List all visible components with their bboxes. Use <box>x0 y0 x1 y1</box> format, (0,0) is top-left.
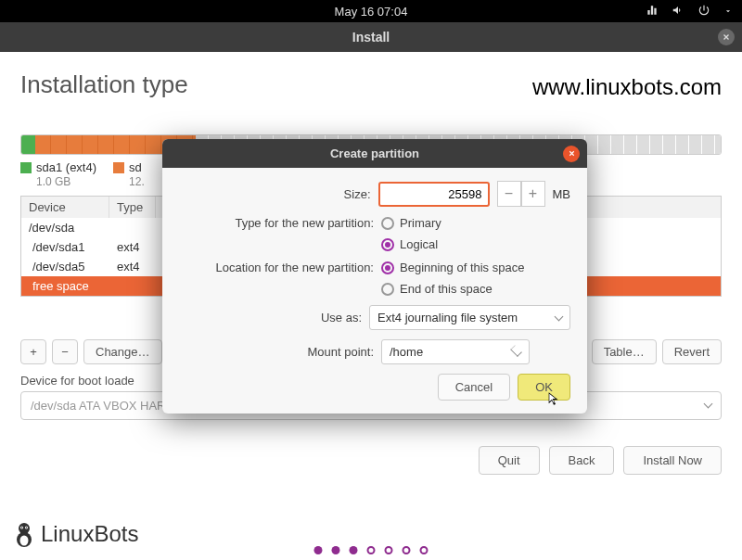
linuxbots-logo: LinuxBots <box>9 519 138 549</box>
useas-dropdown[interactable]: Ext4 journaling file system <box>369 305 570 330</box>
partition-seg-sda1 <box>21 135 35 154</box>
svg-point-6 <box>20 536 29 546</box>
progress-dots <box>314 546 429 554</box>
dot-outline <box>403 546 411 554</box>
dot-outline <box>420 546 429 554</box>
add-partition-button[interactable]: + <box>20 339 46 364</box>
wizard-buttons: Quit Back Install Now <box>20 446 722 475</box>
revert-button[interactable]: Revert <box>662 339 722 364</box>
col-device[interactable]: Device <box>21 197 109 218</box>
mount-combobox[interactable]: /home <box>381 339 530 364</box>
watermark-url: www.linuxbots.com <box>532 74 722 100</box>
dialog-title: Create partition <box>330 146 419 160</box>
mount-value: /home <box>390 345 423 359</box>
remove-partition-button[interactable]: − <box>52 339 78 364</box>
dialog-actions: Cancel OK <box>179 374 570 401</box>
swatch-green <box>20 162 32 173</box>
logo-text: LinuxBots <box>41 521 138 547</box>
dot-outline <box>367 546 376 554</box>
volume-icon[interactable] <box>672 4 684 19</box>
dot <box>350 546 358 554</box>
useas-value: Ext4 journaling file system <box>377 311 518 325</box>
ok-button[interactable]: OK <box>518 374 570 401</box>
back-button[interactable]: Back <box>549 446 615 475</box>
dot-outline <box>385 546 393 554</box>
change-partition-button[interactable]: Change… <box>83 339 162 364</box>
stepper-plus[interactable]: + <box>521 181 545 207</box>
legend-size: 1.0 GB <box>36 175 96 188</box>
svg-point-5 <box>26 527 27 528</box>
size-stepper: − + <box>497 181 545 207</box>
radio-end[interactable]: End of this space <box>381 282 524 296</box>
window-title: Install <box>352 30 390 45</box>
window-close-button[interactable] <box>718 29 735 45</box>
dialog-close-button[interactable] <box>563 146 580 162</box>
radio-icon <box>381 217 394 230</box>
legend-item-sda5: sd 12. <box>113 160 145 188</box>
partition-location-label: Location for the new partition: <box>179 261 374 274</box>
swatch-orange <box>113 162 124 173</box>
stepper-minus[interactable]: − <box>497 181 521 207</box>
system-topbar: May 16 07:04 <box>0 0 742 22</box>
dialog-body: Size: − + MB Type for the new partition:… <box>162 168 587 414</box>
legend-item-sda1: sda1 (ext4) 1.0 GB <box>20 160 96 188</box>
dot <box>314 546 323 554</box>
new-table-button[interactable]: Table… <box>592 339 657 364</box>
svg-point-4 <box>21 527 22 528</box>
topbar-indicators <box>646 4 733 19</box>
power-icon[interactable] <box>697 4 710 19</box>
penguin-icon <box>9 519 39 549</box>
dot <box>332 546 340 554</box>
radio-icon <box>381 283 394 296</box>
size-label: Size: <box>179 187 371 201</box>
legend-name: sd <box>129 160 142 175</box>
col-type[interactable]: Type <box>109 197 156 218</box>
create-partition-dialog: Create partition Size: − + MB Type for t… <box>162 139 587 414</box>
clock[interactable]: May 16 07:04 <box>335 5 408 19</box>
mount-label: Mount point: <box>179 345 374 359</box>
cancel-button[interactable]: Cancel <box>438 374 510 401</box>
dialog-titlebar: Create partition <box>162 139 587 168</box>
partition-type-label: Type for the new partition: <box>179 216 374 230</box>
chevron-down-icon <box>555 312 564 321</box>
radio-icon <box>381 238 394 251</box>
radio-logical[interactable]: Logical <box>381 237 441 251</box>
chevron-down-icon <box>704 400 713 409</box>
chevron-down-icon[interactable] <box>723 5 733 19</box>
legend-name: sda1 (ext4) <box>36 160 96 175</box>
size-unit: MB <box>553 187 571 201</box>
radio-beginning[interactable]: Beginning of this space <box>381 261 524 274</box>
useas-label: Use as: <box>179 311 362 325</box>
window-titlebar: Install <box>0 22 742 52</box>
radio-icon <box>381 261 394 274</box>
quit-button[interactable]: Quit <box>479 446 540 475</box>
chevron-down-icon <box>510 345 522 357</box>
install-now-button[interactable]: Install Now <box>623 446 722 475</box>
size-input[interactable] <box>378 182 490 207</box>
legend-size: 12. <box>129 175 145 188</box>
network-icon[interactable] <box>646 4 659 19</box>
radio-primary[interactable]: Primary <box>381 216 441 230</box>
